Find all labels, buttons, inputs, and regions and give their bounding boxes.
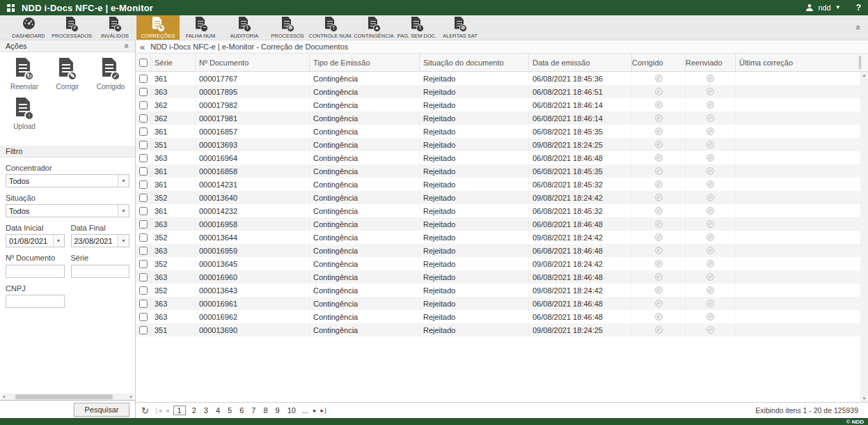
table-row[interactable]: 363 000016960 Contingência Rejeitado 06/… — [136, 270, 860, 284]
column-header-reenviado[interactable]: Reenviado — [686, 54, 736, 71]
concentrador-select[interactable]: Todos ▼ — [6, 174, 129, 187]
page-number-5[interactable]: 5 — [226, 406, 233, 415]
page-number-7[interactable]: 7 — [250, 406, 257, 415]
row-checkbox[interactable] — [139, 180, 148, 189]
prev-page-button[interactable]: ◂ — [166, 407, 168, 414]
column-header-tipo[interactable]: Tipo de Emissão — [310, 54, 420, 71]
chevron-down-icon[interactable]: ▼ — [118, 175, 129, 187]
action-item[interactable]: ↻ Reenviar — [3, 58, 46, 91]
row-checkbox[interactable] — [139, 326, 148, 334]
table-row[interactable]: 351 000013690 Contingência Rejeitado 09/… — [136, 323, 860, 337]
page-number-8[interactable]: 8 — [262, 406, 269, 415]
column-resize-handle[interactable] — [859, 56, 861, 69]
page-number-10[interactable]: 10 — [286, 406, 297, 415]
page-number-2[interactable]: 2 — [191, 406, 198, 415]
table-row[interactable]: 361 000014231 Contingência Rejeitado 06/… — [136, 178, 860, 191]
table-row[interactable]: 363 000016961 Contingência Rejeitado 06/… — [136, 297, 860, 310]
chevron-down-icon[interactable]: ▼ — [53, 235, 64, 247]
table-row[interactable]: 363 000016962 Contingência Rejeitado 06/… — [136, 310, 860, 323]
chevron-down-icon[interactable]: ▼ — [835, 5, 841, 10]
help-button[interactable]: ? — [856, 3, 861, 13]
row-checkbox[interactable] — [139, 273, 148, 281]
column-header-situacao[interactable]: Situação do documento — [420, 54, 529, 71]
column-header-ultima[interactable]: Última correção — [736, 54, 868, 71]
tab[interactable]: − FALHA NUM. — [180, 15, 223, 40]
table-row[interactable]: 363 000016959 Contingência Rejeitado 06/… — [136, 244, 860, 257]
column-header-documento[interactable]: Nº Documento — [196, 54, 310, 71]
table-row[interactable]: 361 000016858 Contingência Rejeitado 06/… — [136, 164, 860, 178]
scroll-down-icon[interactable]: ▼ — [862, 395, 867, 402]
chevron-down-icon[interactable]: ▼ — [118, 235, 129, 247]
row-checkbox[interactable] — [139, 207, 148, 215]
scroll-right-icon[interactable]: ▸ — [128, 394, 134, 400]
collapse-actions-icon[interactable]: « — [125, 41, 129, 51]
table-row[interactable]: 352 000013640 Contingência Rejeitado 09/… — [136, 191, 860, 204]
row-checkbox[interactable] — [139, 141, 148, 149]
chevron-down-icon[interactable]: ▼ — [118, 205, 129, 217]
row-checkbox[interactable] — [139, 114, 148, 123]
table-row[interactable]: 352 000013643 Contingência Rejeitado 09/… — [136, 284, 860, 297]
table-row[interactable]: 363 000016958 Contingência Rejeitado 06/… — [136, 217, 860, 231]
row-checkbox[interactable] — [139, 194, 148, 202]
column-header-corrigido[interactable]: Corrigido — [632, 54, 686, 71]
page-number-9[interactable]: 9 — [274, 406, 281, 415]
scroll-up-icon[interactable]: ▲ — [862, 72, 867, 79]
tab[interactable]: ! CONTROLE NUM. — [309, 15, 352, 40]
sidebar-horizontal-scrollbar[interactable]: ◂ ▸ — [1, 394, 134, 400]
tab[interactable]: ✓ PROCESSADOS — [50, 15, 93, 40]
refresh-icon[interactable]: ↻ — [141, 406, 149, 415]
collapse-sidebar-icon[interactable]: « — [140, 42, 145, 52]
table-row[interactable]: 352 000013645 Contingência Rejeitado 09/… — [136, 257, 860, 270]
row-checkbox[interactable] — [139, 154, 148, 162]
scrollbar-thumb[interactable] — [15, 394, 113, 399]
action-item[interactable]: ↑ Upload — [3, 98, 46, 130]
tab[interactable]: DASHBOARD — [7, 15, 50, 40]
table-row[interactable]: 352 000013644 Contingência Rejeitado 09/… — [136, 231, 860, 244]
next-page-button[interactable]: ▸ — [313, 407, 316, 414]
row-checkbox[interactable] — [139, 167, 148, 176]
tab[interactable]: ! AUDITORIA — [223, 15, 266, 40]
row-checkbox[interactable] — [139, 88, 148, 96]
tab[interactable]: ▲ CONTINGÊNCIA — [352, 15, 395, 40]
vertical-scrollbar[interactable]: ▲ ▼ — [860, 72, 868, 402]
action-item[interactable]: ✎ Corrigir — [46, 58, 89, 91]
search-button[interactable]: Pesquisar — [74, 403, 129, 417]
serie-input[interactable] — [71, 265, 130, 278]
table-row[interactable]: 362 000017981 Contingência Rejeitado 06/… — [136, 111, 860, 125]
user-menu[interactable]: ndd — [818, 3, 830, 12]
last-page-button[interactable]: ▸❘ — [321, 407, 328, 414]
scroll-left-icon[interactable]: ◂ — [1, 394, 7, 400]
row-checkbox[interactable] — [139, 233, 148, 242]
collapse-tabbar-button[interactable]: « — [856, 15, 861, 40]
table-row[interactable]: 363 000016964 Contingência Rejeitado 06/… — [136, 151, 860, 164]
select-all-checkbox[interactable] — [139, 59, 148, 67]
tab[interactable]: ⊘ ALERTAS SAT — [439, 15, 482, 40]
row-checkbox[interactable] — [139, 260, 148, 268]
page-number-3[interactable]: 3 — [203, 406, 210, 415]
row-checkbox[interactable] — [139, 75, 148, 83]
tab[interactable]: ✎ CORREÇÕES — [136, 15, 180, 40]
row-checkbox[interactable] — [139, 247, 148, 255]
data-inicial-picker[interactable]: 01/08/2021 ▼ — [6, 234, 65, 247]
row-checkbox[interactable] — [139, 128, 148, 136]
page-number-4[interactable]: 4 — [214, 406, 221, 415]
table-row[interactable]: 362 000017982 Contingência Rejeitado 06/… — [136, 98, 860, 111]
row-checkbox[interactable] — [139, 220, 148, 229]
page-number-6[interactable]: 6 — [238, 406, 245, 415]
action-item[interactable]: ✓ Corrigido — [89, 58, 132, 91]
column-header-serie[interactable]: Série — [151, 54, 196, 71]
table-row[interactable]: 361 000014232 Contingência Rejeitado 06/… — [136, 204, 860, 217]
first-page-button[interactable]: ❘◂ — [154, 407, 161, 414]
cnpj-input[interactable] — [6, 295, 65, 308]
row-checkbox[interactable] — [139, 286, 148, 295]
table-row[interactable]: 361 000017767 Contingência Rejeitado 06/… — [136, 72, 860, 85]
table-row[interactable]: 351 000013693 Contingência Rejeitado 09/… — [136, 138, 860, 151]
row-checkbox[interactable] — [139, 313, 148, 321]
tab[interactable]: ⚙ PROCESSOS — [266, 15, 309, 40]
row-checkbox[interactable] — [139, 101, 148, 109]
row-checkbox[interactable] — [139, 300, 148, 308]
column-header-emissao[interactable]: Data de emissão — [529, 54, 632, 71]
num-documento-input[interactable] — [6, 265, 65, 278]
situacao-select[interactable]: Todos ▼ — [6, 204, 129, 217]
tab[interactable]: ! PAG. SEM DOC. — [395, 15, 439, 40]
